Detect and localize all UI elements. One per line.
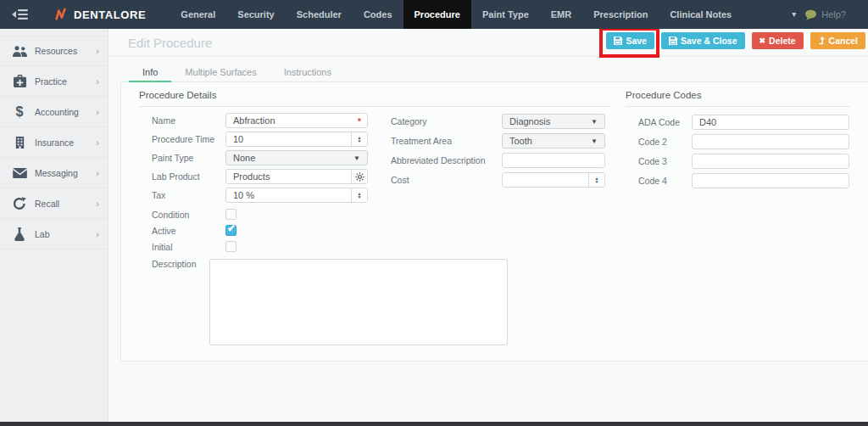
sidebar-item-label: Resources	[35, 46, 77, 56]
brand-name: DENTALORE	[74, 8, 146, 21]
nav-more-caret-icon[interactable]: ▾	[783, 0, 804, 29]
condition-label: Condition	[152, 210, 225, 220]
select-caret-icon: ▼	[591, 137, 598, 145]
cost-stepper[interactable]: ▲ ▼	[588, 173, 604, 187]
cancel-label: Cancel	[829, 36, 858, 46]
chevron-right-icon: ›	[96, 107, 99, 117]
building-icon	[10, 136, 29, 149]
nav-item-codes[interactable]: Codes	[353, 0, 403, 29]
save-button[interactable]: Save	[606, 32, 654, 49]
initial-row: Initial	[152, 241, 508, 252]
sidebar-item-recall[interactable]: Recall ›	[0, 188, 108, 219]
required-asterisk-icon: *	[358, 116, 361, 126]
collapse-menu-icon	[12, 8, 29, 20]
sidebar-item-accounting[interactable]: $ Accounting ›	[0, 97, 108, 127]
lab-product-label: Lab Product	[152, 171, 225, 182]
details-right-column: Category Diagnosis ▼ Treatment Area Toot…	[391, 114, 645, 192]
treatment-area-select[interactable]: Tooth ▼	[502, 133, 605, 149]
code-2-label: Code 2	[638, 137, 692, 147]
abbreviated-description-row: Abbreviated Description	[391, 153, 645, 168]
nav-item-scheduler[interactable]: Scheduler	[286, 0, 353, 29]
code-2-input[interactable]	[692, 134, 849, 149]
nav-item-clinical-notes[interactable]: Clinical Notes	[659, 0, 743, 29]
chevron-right-icon: ›	[96, 168, 99, 178]
chevron-right-icon: ›	[96, 199, 99, 209]
main-content: Edit Procedure Save	[109, 29, 868, 422]
action-buttons: Save Save & Close ✖ Delete	[606, 32, 865, 49]
category-row: Category Diagnosis ▼	[391, 114, 645, 129]
procedure-time-input[interactable]	[226, 132, 351, 146]
help-label: Help?	[821, 9, 846, 20]
spinner-down-icon: ▼	[358, 195, 362, 199]
tax-stepper[interactable]: ▲ ▼	[351, 188, 367, 202]
ada-code-input[interactable]	[692, 115, 849, 130]
code-3-label: Code 3	[638, 156, 692, 166]
cost-row: Cost ▲ ▼	[391, 172, 645, 188]
nav-item-security[interactable]: Security	[226, 0, 285, 29]
condition-checkbox[interactable]	[225, 209, 236, 220]
tax-label: Tax	[152, 190, 225, 200]
active-checkbox[interactable]: ✔	[225, 225, 236, 236]
save-label: Save	[626, 36, 647, 46]
procedure-time-group: ▲ ▼	[225, 132, 368, 147]
help-bubble-icon	[804, 9, 817, 20]
category-select[interactable]: Diagnosis ▼	[502, 114, 605, 129]
gear-icon	[355, 172, 364, 182]
name-label: Name	[152, 115, 225, 126]
treatment-area-value: Tooth	[509, 136, 532, 146]
tab-info[interactable]: Info	[129, 64, 171, 82]
medical-bag-icon	[10, 75, 29, 87]
nav-item-procedure[interactable]: Procedure	[403, 0, 471, 29]
code-4-input[interactable]	[692, 173, 849, 188]
lab-product-input[interactable]	[226, 170, 351, 183]
description-textarea[interactable]	[209, 259, 508, 345]
refresh-icon	[10, 197, 29, 210]
dollar-icon: $	[10, 105, 29, 119]
procedure-time-label: Procedure Time	[152, 134, 225, 144]
lab-product-settings-button[interactable]	[351, 170, 367, 183]
treatment-area-label: Treatment Area	[391, 136, 502, 146]
active-row: Active ✔	[152, 225, 508, 236]
code-3-input[interactable]	[692, 154, 849, 169]
sidebar-item-label: Lab	[35, 229, 50, 239]
nav-item-paint-type[interactable]: Paint Type	[471, 0, 540, 29]
check-icon: ✔	[227, 222, 236, 234]
lab-product-group	[225, 169, 368, 184]
nav-item-general[interactable]: General	[170, 0, 226, 29]
select-caret-icon: ▼	[591, 118, 598, 126]
nav-item-prescription[interactable]: Prescription	[582, 0, 659, 29]
users-icon	[10, 45, 29, 58]
tab-multiple-surfaces[interactable]: Multiple Surfaces	[171, 64, 270, 82]
brand-logo[interactable]: DENTALORE	[54, 8, 146, 21]
sidebar-item-label: Accounting	[35, 107, 79, 117]
help-button[interactable]: Help?	[804, 9, 846, 20]
delete-button[interactable]: ✖ Delete	[752, 32, 804, 49]
cancel-button[interactable]: Cancel	[810, 32, 865, 49]
abbreviated-description-label: Abbreviated Description	[391, 155, 502, 165]
initial-checkbox[interactable]	[225, 241, 236, 252]
cost-input[interactable]	[503, 173, 588, 187]
procedure-codes-column: ADA Code Code 2 Code 3 Code 4	[638, 114, 854, 192]
procedure-codes-heading: Procedure Codes	[626, 90, 850, 107]
sidebar-collapse-icon[interactable]	[12, 8, 29, 20]
sidebar-item-practice[interactable]: Practice ›	[0, 66, 108, 97]
bottom-bar	[0, 422, 868, 426]
tab-instructions[interactable]: Instructions	[270, 64, 345, 82]
ada-code-label: ADA Code	[638, 117, 692, 127]
name-input[interactable]	[226, 114, 367, 127]
x-icon: ✖	[760, 36, 766, 45]
sidebar-item-label: Messaging	[35, 168, 78, 178]
tax-input[interactable]	[226, 188, 351, 202]
chevron-right-icon: ›	[96, 137, 99, 148]
paint-type-select[interactable]: None ▼	[225, 150, 368, 165]
save-and-close-button[interactable]: Save & Close	[661, 32, 745, 49]
navbar-right: Help? Dokki System Administrator ▾	[804, 4, 868, 25]
sidebar-item-lab[interactable]: Lab ›	[0, 219, 108, 249]
nav-item-emr[interactable]: EMR	[540, 0, 582, 29]
procedure-time-stepper[interactable]: ▲ ▼	[351, 132, 367, 146]
sidebar-item-resources[interactable]: Resources ›	[0, 36, 108, 66]
sidebar-item-messaging[interactable]: Messaging ›	[0, 158, 108, 188]
sidebar-item-insurance[interactable]: Insurance ›	[0, 127, 108, 158]
abbreviated-description-input[interactable]	[502, 153, 605, 168]
active-label: Active	[152, 226, 225, 236]
